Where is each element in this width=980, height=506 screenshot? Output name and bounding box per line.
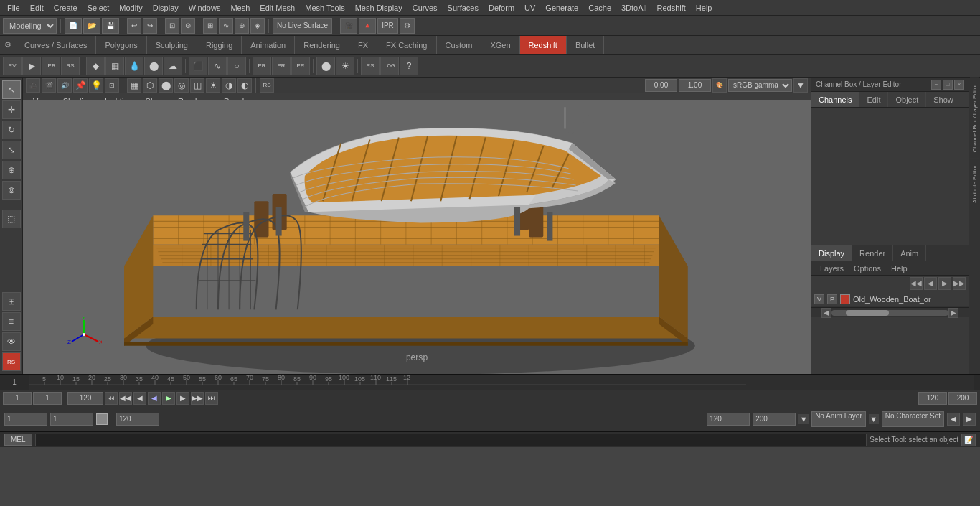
grid-btn[interactable]: ▦ (105, 57, 124, 75)
wave-btn[interactable]: ∿ (208, 57, 227, 75)
pr2-btn[interactable]: PR (272, 57, 291, 75)
no-anim-layer-dropdown[interactable]: No Anim Layer (811, 411, 866, 427)
rs2-btn[interactable]: RS (361, 57, 380, 75)
scroll-right-btn[interactable]: ▶ (948, 308, 958, 318)
status-max[interactable]: 200 (753, 413, 796, 426)
tab-fx-caching[interactable]: FX Caching (377, 36, 436, 54)
max-frame-input[interactable]: 200 (948, 392, 977, 405)
menu-deform[interactable]: Deform (484, 2, 519, 14)
view-icon[interactable]: 👁 (2, 332, 21, 351)
next-frame-btn[interactable]: ▶ (176, 392, 189, 405)
menu-mesh-display[interactable]: Mesh Display (351, 2, 407, 14)
layer-arrow-prev-btn[interactable]: ◀ (924, 277, 937, 290)
vp-rs-btn[interactable]: RS (260, 78, 274, 93)
vp-wire-btn[interactable]: ⬡ (143, 78, 157, 93)
panel-expand-btn[interactable]: □ (943, 80, 953, 90)
snap-surface-btn[interactable]: ◈ (250, 18, 265, 34)
start-frame-input[interactable]: 1 (3, 392, 32, 405)
panel-minimize-btn[interactable]: − (931, 80, 941, 90)
circle-btn[interactable]: ○ (227, 57, 246, 75)
sun-btn[interactable]: ☀ (336, 57, 354, 75)
rv-btn[interactable]: RV (3, 57, 22, 75)
menu-mesh-tools[interactable]: Mesh Tools (301, 2, 349, 14)
end-frame-input[interactable]: 120 (918, 392, 947, 405)
scrollbar-track[interactable] (831, 310, 948, 316)
tab-sculpting[interactable]: Sculpting (147, 36, 197, 54)
dish-btn[interactable]: ⬤ (316, 57, 335, 75)
dropdown-arrow2[interactable]: ▼ (869, 414, 879, 424)
vtab-channel-box[interactable]: Channel Box / Layer Editor (970, 78, 979, 159)
vp-pin-btn[interactable]: 📌 (73, 78, 88, 93)
soft-select-tool[interactable]: ⊚ (2, 181, 21, 200)
layer-arrow-right-btn[interactable]: ▶▶ (953, 277, 966, 290)
no-live-surface-btn[interactable]: No Live Surface (273, 18, 332, 34)
menu-help[interactable]: Help (692, 2, 717, 14)
menu-generate[interactable]: Generate (541, 2, 583, 14)
range-slider-handle[interactable] (96, 413, 108, 425)
scale-tool[interactable]: ⤡ (2, 141, 21, 159)
dr-tab-display[interactable]: Display (811, 245, 852, 261)
marquee-tool[interactable]: ⬚ (2, 210, 21, 228)
menu-uv[interactable]: UV (520, 2, 540, 14)
snap-icon[interactable]: ⊞ (2, 292, 21, 311)
render-btn[interactable]: 🔺 (359, 18, 376, 34)
current-frame-input[interactable]: 1 (33, 392, 62, 405)
snap-curve-btn[interactable]: ∿ (219, 18, 233, 34)
vp-film-btn[interactable]: 🎬 (42, 78, 56, 93)
drop-btn[interactable]: 💧 (125, 57, 143, 75)
tab-animation[interactable]: Animation (242, 36, 295, 54)
layer-visibility-btn[interactable]: V (814, 294, 824, 304)
lasso-btn[interactable]: ⊙ (181, 18, 195, 34)
ch-tab-channels[interactable]: Channels (811, 92, 859, 107)
menu-windows[interactable]: Windows (184, 2, 225, 14)
char-set-btn1[interactable]: ◀ (947, 413, 960, 426)
redo-btn[interactable]: ↪ (143, 18, 157, 34)
camera-btn[interactable]: 🎥 (340, 18, 357, 34)
layer-arrow-next-btn[interactable]: ▶ (938, 277, 951, 290)
vp-grid-btn[interactable]: ▦ (127, 78, 141, 93)
rs-icon-btn[interactable]: RS (61, 57, 80, 75)
menu-redshift[interactable]: Redshift (652, 2, 689, 14)
vp-value2-input[interactable]: 1.00 (679, 79, 711, 92)
new-scene-btn[interactable]: 📄 (65, 18, 82, 34)
render-settings-btn[interactable]: ⚙ (400, 18, 415, 34)
status-frame1[interactable]: 1 (4, 413, 47, 426)
tab-custom[interactable]: Custom (437, 36, 482, 54)
menu-edit-mesh[interactable]: Edit Mesh (255, 2, 299, 14)
layer-playback-btn[interactable]: P (827, 294, 837, 304)
select-mode-btn[interactable]: ⊡ (165, 18, 179, 34)
select-tool[interactable]: ↖ (2, 80, 21, 99)
ch-tab-show[interactable]: Show (926, 92, 961, 107)
menu-curves[interactable]: Curves (408, 2, 442, 14)
open-scene-btn[interactable]: 📂 (83, 18, 100, 34)
next-key-btn[interactable]: ▶▶ (191, 392, 204, 405)
prev-frame-btn[interactable]: ◀ (133, 392, 146, 405)
cmd-input[interactable] (35, 434, 867, 446)
dr-tab-render[interactable]: Render (852, 245, 893, 261)
vp-light-btn[interactable]: 💡 (89, 78, 103, 93)
tab-rigging[interactable]: Rigging (197, 36, 242, 54)
skip-end-btn[interactable]: ⏭ (205, 392, 218, 405)
vp-value1-input[interactable]: 0.00 (645, 79, 677, 92)
ipr-btn[interactable]: IPR (377, 18, 398, 34)
script-editor-btn[interactable]: 📝 (961, 434, 976, 446)
question-btn[interactable]: ? (400, 57, 418, 75)
cloud-btn[interactable]: ☁ (164, 57, 182, 75)
menu-3dto[interactable]: 3DtoAll (617, 2, 651, 14)
timeline-track[interactable]: 5 10 15 20 25 30 35 40 45 50 55 60 65 70… (29, 375, 974, 390)
tab-fx[interactable]: FX (349, 36, 377, 54)
workspace-selector[interactable]: Modeling (3, 18, 57, 34)
save-scene-btn[interactable]: 💾 (102, 18, 119, 34)
menu-cache[interactable]: Cache (584, 2, 616, 14)
ipr-icon-btn[interactable]: IPR (42, 57, 60, 75)
char-set-btn2[interactable]: ▶ (963, 413, 976, 426)
pr-btn[interactable]: PR (253, 57, 271, 75)
menu-modify[interactable]: Modify (115, 2, 146, 14)
ch-tab-edit[interactable]: Edit (859, 92, 888, 107)
tab-polygons[interactable]: Polygons (96, 36, 146, 54)
layers-menu-help[interactable]: Help (887, 264, 912, 273)
diamond-btn[interactable]: ◆ (86, 57, 105, 75)
vp-ao-btn[interactable]: ◐ (237, 78, 252, 93)
rotate-tool[interactable]: ↻ (2, 121, 21, 139)
undo-btn[interactable]: ↩ (127, 18, 141, 34)
